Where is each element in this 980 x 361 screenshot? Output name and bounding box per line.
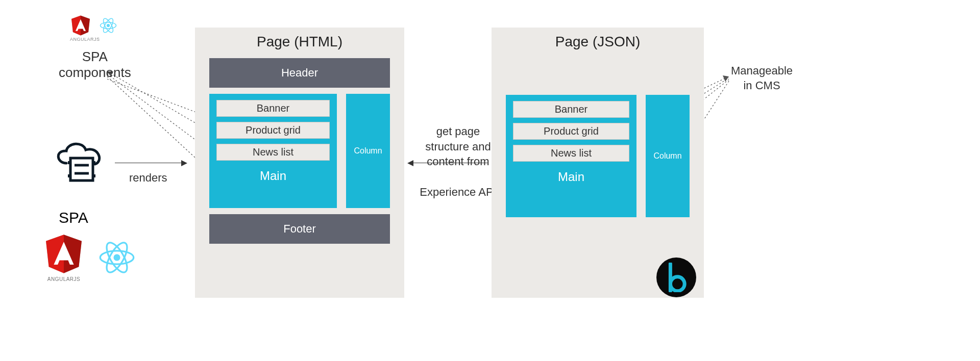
spa-label: SPA: [59, 209, 88, 226]
page-json-card: Page (JSON) Banner Product grid News lis…: [492, 28, 704, 298]
svg-marker-6: [723, 75, 729, 82]
bottom-large-logos: ANGULARJS: [46, 235, 137, 282]
experience-api-label: get page structure and content from Expe…: [419, 124, 498, 200]
svg-point-31: [670, 277, 684, 291]
main-label: Main: [513, 170, 629, 184]
angular-mini-caption: ANGULARJS: [70, 37, 100, 42]
angular-icon: [71, 15, 90, 38]
cloud-db-icon: [51, 139, 112, 190]
spa-components-label: SPA components: [59, 49, 131, 81]
page-html-title: Page (HTML): [209, 34, 390, 50]
main-section: Banner Product grid News list Main: [209, 94, 337, 208]
stage-item-product-grid: Product grid: [513, 123, 629, 140]
header-section: Header: [209, 58, 390, 88]
middle-line4: Experience API: [420, 186, 496, 198]
svg-point-13: [107, 24, 110, 27]
stage-item-news-list: News list: [513, 145, 629, 162]
react-icon: [99, 17, 117, 36]
top-mini-logos: [71, 15, 117, 38]
middle-line1: get page: [436, 125, 480, 138]
stage-item-news-list: News list: [216, 144, 330, 161]
page-html-card: Page (HTML) Header Banner Product grid N…: [195, 28, 404, 298]
bloomreach-icon: [656, 257, 696, 297]
svg-rect-22: [68, 174, 71, 177]
renders-arrow: [115, 163, 186, 163]
renders-label: renders: [129, 171, 167, 185]
stage-item-banner: Banner: [513, 101, 629, 118]
angular-caption: ANGULARJS: [46, 276, 82, 282]
footer-section: Footer: [209, 214, 390, 244]
angular-icon: ANGULARJS: [46, 235, 82, 282]
svg-rect-21: [92, 161, 95, 164]
svg-rect-20: [68, 161, 71, 164]
middle-line3: content from: [427, 155, 489, 168]
stage-item-product-grid: Product grid: [216, 122, 330, 139]
stage-item-banner: Banner: [216, 100, 330, 117]
page-json-title: Page (JSON): [506, 34, 690, 50]
column-section-json: Column: [646, 95, 690, 217]
column-section: Column: [346, 94, 390, 208]
react-icon: [97, 239, 137, 278]
manageable-in-cms-label: Manageable in CMS: [731, 64, 793, 93]
svg-rect-17: [70, 158, 93, 181]
svg-point-27: [113, 254, 120, 261]
main-label: Main: [216, 169, 330, 183]
svg-rect-23: [92, 174, 95, 177]
middle-line2: structure and: [425, 140, 491, 153]
main-section-json: Banner Product grid News list Main: [506, 95, 636, 217]
